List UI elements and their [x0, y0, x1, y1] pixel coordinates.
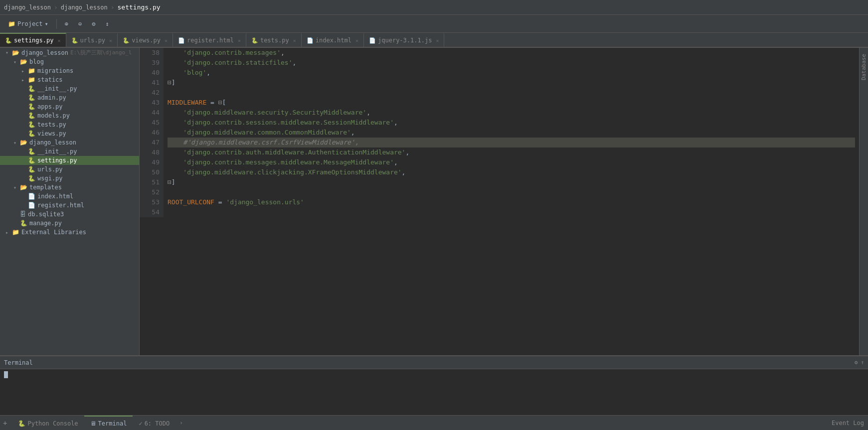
title-project: django_lesson	[4, 4, 51, 11]
title-file: settings.py	[118, 3, 161, 11]
tab-close-button[interactable]: ✕	[293, 38, 296, 43]
line-number-40: 40	[144, 68, 160, 78]
tree-item-apps-py[interactable]: 🐍 apps.py	[0, 102, 139, 111]
folder-icon: 📁	[28, 67, 35, 74]
folder-arrow-icon: ▾	[12, 185, 18, 190]
tree-item-label: External Libraries	[21, 229, 86, 236]
tree-item-statics[interactable]: ▸📁 statics	[0, 75, 139, 84]
folder-icon: 📂	[12, 49, 19, 56]
db-file-icon: 🗄	[20, 211, 26, 218]
chevron-down-icon: ▾	[45, 20, 48, 27]
sort-button[interactable]: ↕	[102, 19, 113, 28]
tree-item-register-html[interactable]: 📄 register.html	[0, 201, 139, 210]
terminal-expand-button[interactable]: ↑	[861, 359, 864, 366]
tab-close-button[interactable]: ✕	[238, 38, 241, 43]
line-number-39: 39	[144, 58, 160, 68]
bottom-bar: + 🐍 Python Console🖥 Terminal✓ 6: TODO › …	[0, 415, 868, 430]
folder-icon: 📁	[28, 76, 35, 83]
settings-button[interactable]: ⚙	[88, 19, 99, 28]
tree-item-settings-py[interactable]: 🐍 settings.py	[0, 156, 139, 165]
fold-arrow-icon[interactable]: ⊟	[168, 178, 172, 186]
editor-content[interactable]: 3839404142434445464748495051525354 'djan…	[140, 48, 859, 355]
fold-arrow-icon[interactable]: ⊟	[218, 99, 222, 106]
tab-close-button[interactable]: ✕	[57, 38, 60, 43]
tree-item-label: models.py	[37, 112, 70, 119]
bottom-tab-Python-Console[interactable]: 🐍 Python Console	[12, 416, 84, 430]
editor: 3839404142434445464748495051525354 'djan…	[140, 48, 859, 355]
tree-item-label: manage.py	[29, 220, 62, 227]
add-terminal-button[interactable]: +	[0, 418, 10, 428]
tree-item-blog[interactable]: ▾📂 blog	[0, 57, 139, 66]
tree-item-admin-py[interactable]: 🐍 admin.py	[0, 93, 139, 102]
tree-item-label: apps.py	[37, 103, 63, 110]
bottom-tab-icon: 🐍	[18, 420, 25, 427]
tree-item-django-lesson[interactable]: ▾📂 django_lesson	[0, 138, 139, 147]
tree-item---init---py[interactable]: 🐍 __init__.py	[0, 147, 139, 156]
tree-item-label: register.html	[37, 202, 84, 209]
tree-item-wsgi-py[interactable]: 🐍 wsgi.py	[0, 174, 139, 183]
bottom-chevron-button[interactable]: ›	[177, 419, 185, 427]
folder-icon: 📁	[8, 20, 15, 27]
tab-close-button[interactable]: ✕	[436, 38, 439, 43]
tab-close-button[interactable]: ✕	[165, 38, 168, 43]
line-number-45: 45	[144, 118, 160, 128]
tab-index-html[interactable]: 📄index.html✕	[302, 33, 364, 47]
folder-icon: 📂	[20, 139, 27, 146]
tab-tests-py[interactable]: 🐍tests.py✕	[246, 33, 302, 47]
fold-arrow-icon[interactable]: ⊟	[168, 79, 172, 86]
tree-item-tests-py[interactable]: 🐍 tests.py	[0, 120, 139, 129]
tab-urls-py[interactable]: 🐍urls.py✕	[66, 33, 118, 47]
tab-close-button[interactable]: ✕	[109, 38, 112, 43]
terminal-settings-button[interactable]: ⚙	[855, 359, 858, 366]
tree-item-label: __init__.py	[37, 148, 77, 155]
tree-item-django-lesson[interactable]: ▾📂 django_lesson E:\脱产三期\django_l	[0, 48, 139, 57]
tree-item-label: admin.py	[37, 94, 66, 101]
event-log-label[interactable]: Event Log	[832, 420, 864, 427]
tab-views-py[interactable]: 🐍views.py✕	[118, 33, 173, 47]
tab-settings-py[interactable]: 🐍settings.py✕	[0, 33, 66, 47]
tab-icon: 🐍	[251, 37, 258, 44]
tab-label: settings.py	[14, 37, 53, 44]
tree-item-db-sqlite3[interactable]: 🗄 db.sqlite3	[0, 210, 139, 219]
python-file-icon: 🐍	[28, 85, 35, 92]
tree-item-views-py[interactable]: 🐍 views.py	[0, 129, 139, 138]
tab-close-button[interactable]: ✕	[355, 38, 358, 43]
tab-label: tests.py	[260, 37, 289, 44]
line-number-43: 43	[144, 98, 160, 108]
collapse-button[interactable]: ⊖	[74, 19, 86, 28]
tree-item-index-html[interactable]: 📄 index.html	[0, 192, 139, 201]
python-file-icon: 🐍	[28, 130, 35, 137]
html-file-icon: 📄	[28, 202, 35, 209]
tree-item-migrations[interactable]: ▸📁 migrations	[0, 66, 139, 75]
tree-item-label: statics	[37, 76, 63, 83]
title-folder: django_lesson	[61, 4, 108, 11]
project-menu[interactable]: 📁 Project ▾	[4, 19, 52, 28]
line-number-44: 44	[144, 108, 160, 118]
db-panel: Database	[859, 48, 868, 355]
terminal-content[interactable]	[0, 369, 868, 415]
tree-item-External-Libraries[interactable]: ▸📁 External Libraries	[0, 228, 139, 237]
tree-item-models-py[interactable]: 🐍 models.py	[0, 111, 139, 120]
terminal-header: Terminal ⚙ ↑	[0, 356, 868, 369]
tree-item-templates[interactable]: ▾📂 templates	[0, 183, 139, 192]
bottom-tab-icon: 🖥	[90, 420, 96, 427]
folder-path: E:\脱产三期\django_l	[70, 49, 132, 56]
bottom-tab-Terminal[interactable]: 🖥 Terminal	[84, 416, 133, 430]
main-area: ▾📂 django_lesson E:\脱产三期\django_l▾📂 blog…	[0, 48, 868, 355]
tree-item-manage-py[interactable]: 🐍 manage.py	[0, 219, 139, 228]
tree-item-label: wsgi.py	[37, 175, 63, 182]
tab-icon: 🐍	[71, 37, 78, 44]
add-file-button[interactable]: ⊕	[61, 19, 72, 28]
tab-jquery-3-1-1-js[interactable]: 📄jquery-3.1.1.js✕	[364, 33, 444, 47]
code-lines[interactable]: 'django.contrib.messages', 'django.contr…	[164, 48, 859, 217]
folder-arrow-icon: ▾	[4, 50, 10, 55]
tree-item---init---py[interactable]: 🐍 __init__.py	[0, 84, 139, 93]
folder-arrow-icon: ▾	[12, 140, 18, 145]
tab-label: urls.py	[80, 37, 106, 44]
tree-item-urls-py[interactable]: 🐍 urls.py	[0, 165, 139, 174]
bottom-tab-6--TODO[interactable]: ✓ 6: TODO	[133, 416, 175, 430]
python-file-icon: 🐍	[20, 220, 27, 227]
folder-icon: 📂	[20, 184, 27, 191]
tree-item-label: settings.py	[37, 157, 77, 164]
tab-register-html[interactable]: 📄register.html✕	[173, 33, 246, 47]
